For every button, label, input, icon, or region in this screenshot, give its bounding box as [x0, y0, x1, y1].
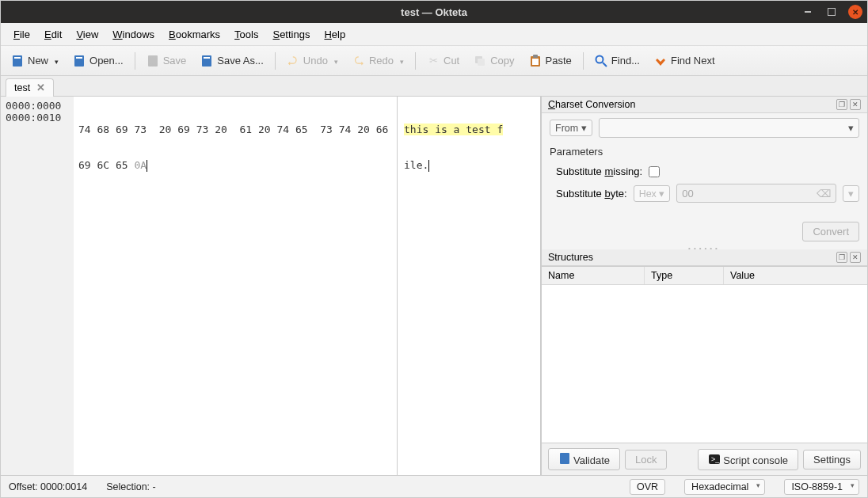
paste-label: Paste [546, 55, 572, 67]
new-button[interactable]: New [6, 51, 64, 70]
convert-button[interactable]: Convert [802, 222, 859, 241]
svg-rect-3 [76, 57, 82, 59]
svg-point-12 [596, 55, 603, 63]
window-maximize-button[interactable] [824, 5, 839, 19]
menu-help[interactable]: Help [318, 26, 352, 43]
findnext-button[interactable]: Find Next [649, 51, 721, 70]
window-minimize-button[interactable] [801, 5, 815, 19]
svg-rect-1 [14, 57, 21, 59]
svg-rect-11 [533, 55, 538, 58]
ascii-row[interactable]: ile. [404, 159, 534, 172]
tab-test[interactable]: test ✕ [6, 78, 54, 97]
close-icon[interactable]: ✕ [850, 99, 861, 110]
menu-file[interactable]: File [7, 26, 36, 43]
byte-value-input[interactable]: 00 ⌫ [676, 184, 836, 203]
close-icon[interactable]: ✕ [850, 252, 861, 263]
toolbar-separator [415, 52, 416, 70]
encoding-dropdown[interactable]: ISO-8859-1 [784, 479, 859, 495]
validate-button[interactable]: Validate [548, 448, 620, 470]
structures-footer: Validate Lock >_Script console Settings [542, 443, 867, 475]
side-panel: Charset Conversion ❐ ✕ From ▾ ▾ Paramete… [541, 97, 867, 475]
toolbar-separator [583, 52, 584, 70]
menu-bookmarks[interactable]: Bookmarks [162, 26, 227, 43]
menu-tools[interactable]: Tools [228, 26, 265, 43]
menu-edit[interactable]: Edit [38, 26, 68, 43]
status-selection: Selection: - [106, 481, 156, 492]
col-value[interactable]: Value [724, 267, 867, 284]
svg-rect-8 [478, 59, 485, 66]
window-close-button[interactable] [848, 5, 862, 19]
svg-text:>_: >_ [711, 455, 720, 463]
charset-panel-header[interactable]: Charset Conversion ❐ ✕ [542, 97, 867, 113]
open-label: Open... [89, 55, 124, 67]
menu-view[interactable]: View [70, 26, 105, 43]
close-icon[interactable]: ✕ [36, 82, 45, 93]
file-icon [147, 55, 159, 67]
undo-button[interactable]: Undo [281, 51, 344, 70]
undo-label: Undo [303, 55, 328, 67]
charset-title: harset Conversion [555, 99, 635, 110]
charset-select[interactable]: ▾ [599, 118, 859, 138]
terminal-icon: >_ [708, 453, 721, 466]
saveas-label: Save As... [217, 55, 264, 67]
col-type[interactable]: Type [645, 267, 724, 284]
script-console-button[interactable]: >_Script console [698, 449, 798, 470]
clear-icon[interactable]: ⌫ [817, 188, 831, 200]
col-name[interactable]: Name [542, 267, 645, 284]
arrow-down-icon [654, 55, 667, 67]
svg-rect-6 [204, 57, 210, 59]
hex-row[interactable]: 74 68 69 73 20 69 73 20 61 20 74 65 73 7… [78, 124, 392, 135]
cut-button[interactable]: ✂ Cut [421, 51, 465, 70]
structures-body[interactable] [542, 285, 867, 443]
undo-icon [287, 55, 299, 67]
status-bar: Offset: 0000:0014 Selection: - OVR Hexad… [1, 475, 867, 497]
overwrite-mode-toggle[interactable]: OVR [630, 479, 665, 495]
findnext-label: Find Next [671, 55, 715, 67]
lock-button[interactable]: Lock [625, 450, 667, 469]
paste-button[interactable]: Paste [523, 51, 577, 70]
structures-title: Structures [548, 252, 593, 263]
search-icon [595, 55, 607, 67]
ascii-column[interactable]: this is a test f ile. [398, 97, 540, 475]
structures-table[interactable]: Name Type Value [542, 266, 867, 443]
save-label: Save [163, 55, 187, 67]
cut-label: Cut [444, 55, 459, 67]
hex-row[interactable]: 69 6C 65 0A [78, 159, 392, 172]
redo-label: Redo [369, 55, 394, 67]
detach-icon[interactable]: ❐ [836, 99, 847, 110]
saveas-button[interactable]: Save As... [195, 51, 269, 70]
file-icon [73, 55, 86, 67]
hex-column[interactable]: 74 68 69 73 20 69 73 20 61 20 74 65 73 7… [74, 97, 398, 475]
substitute-missing-checkbox[interactable] [649, 166, 660, 177]
parameters-label: Parameters [550, 144, 859, 159]
cursor-icon [147, 160, 147, 172]
save-button[interactable]: Save [141, 51, 192, 70]
tab-strip: test ✕ [1, 76, 867, 97]
status-offset: Offset: 0000:0014 [9, 481, 87, 492]
byte-format-dropdown[interactable]: Hex ▾ [634, 185, 671, 202]
new-label: New [28, 55, 48, 67]
detach-icon[interactable]: ❐ [836, 252, 847, 263]
toolbar-separator [275, 52, 276, 70]
redo-button[interactable]: Redo [347, 51, 409, 70]
structures-panel-header[interactable]: Structures ❐ ✕ [542, 249, 867, 266]
menu-windows[interactable]: Windows [106, 26, 161, 43]
byte-stepper[interactable]: ▾ [843, 185, 859, 202]
hex-editor[interactable]: 0000:0000 0000:0010 74 68 69 73 20 69 73… [1, 97, 541, 475]
settings-button[interactable]: Settings [803, 450, 861, 469]
scissors-icon: ✂ [427, 55, 440, 67]
title-bar: test — Okteta [1, 1, 867, 23]
charset-panel-body: From ▾ ▾ Parameters Substitute missing: … [542, 113, 867, 246]
open-button[interactable]: Open... [67, 51, 129, 70]
menu-bar: File Edit View Windows Bookmarks Tools S… [1, 23, 867, 46]
ascii-row[interactable]: this is a test f [404, 124, 534, 135]
toolbar: New Open... Save Save As... Undo Redo ✂ … [1, 46, 867, 76]
from-dropdown[interactable]: From ▾ [550, 120, 592, 136]
find-button[interactable]: Find... [589, 51, 645, 70]
number-base-dropdown[interactable]: Hexadecimal [684, 479, 765, 495]
clipboard-icon [529, 55, 542, 67]
menu-settings[interactable]: Settings [266, 26, 316, 43]
copy-button[interactable]: Copy [468, 51, 520, 70]
substitute-byte-label: Substitute byte: [556, 188, 627, 200]
redo-icon [352, 55, 365, 67]
